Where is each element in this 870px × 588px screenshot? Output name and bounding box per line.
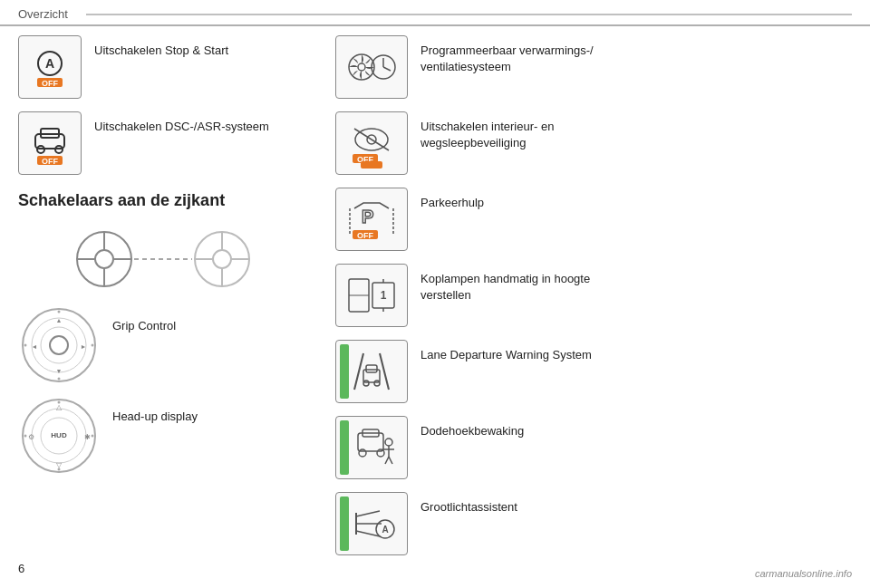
grootlicht-label: Grootlichtassistent bbox=[420, 492, 517, 516]
svg-text:A: A bbox=[382, 525, 388, 535]
section-heading: Schakelaars aan de zijkant bbox=[18, 191, 308, 210]
page-title: Overzicht bbox=[18, 7, 68, 21]
stop-start-label: Uitschakelen Stop & Start bbox=[94, 35, 228, 59]
svg-text:✱: ✱ bbox=[84, 433, 91, 441]
svg-point-76 bbox=[359, 449, 366, 457]
svg-point-11 bbox=[95, 250, 113, 268]
svg-text:OFF: OFF bbox=[42, 79, 58, 88]
list-item: Dodehoekbewaking bbox=[335, 416, 852, 479]
main-content: A OFF Uitschakelen Stop & Start bbox=[0, 35, 870, 568]
interieur-icon: OFF bbox=[335, 111, 408, 175]
dsc-asr-icon: OFF bbox=[18, 111, 82, 175]
steering-diagram bbox=[18, 223, 308, 295]
svg-point-34 bbox=[92, 344, 94, 347]
svg-text:OFF: OFF bbox=[42, 157, 58, 166]
svg-point-31 bbox=[58, 311, 61, 313]
dsc-asr-label: Uitschakelen DSC-/ASR-systeem bbox=[94, 111, 269, 135]
left-column: A OFF Uitschakelen Stop & Start bbox=[18, 35, 326, 568]
svg-line-68 bbox=[354, 353, 363, 390]
dodehoek-label: Dodehoekbewaking bbox=[420, 416, 524, 439]
svg-point-18 bbox=[213, 250, 231, 268]
programmeerbaar-icon bbox=[335, 35, 408, 99]
svg-text:OFF: OFF bbox=[357, 231, 373, 240]
lane-departure-label: Lane Departure Warning System bbox=[420, 340, 592, 363]
svg-text:A: A bbox=[45, 56, 54, 71]
svg-text:⚙: ⚙ bbox=[28, 433, 34, 441]
programmeerbaar-label: Programmeerbaar verwarmings-/ ventilatie… bbox=[420, 35, 638, 75]
page-header: Overzicht bbox=[0, 0, 870, 26]
svg-point-73 bbox=[374, 381, 380, 386]
svg-rect-74 bbox=[358, 433, 383, 451]
head-up-icon: △ ▽ ⚙ ✱ HUD bbox=[18, 395, 100, 477]
header-divider bbox=[86, 14, 852, 15]
svg-line-84 bbox=[356, 511, 380, 516]
parkeerhulp-icon: P OFF bbox=[335, 188, 408, 251]
svg-rect-71 bbox=[366, 365, 377, 372]
svg-text:▼: ▼ bbox=[56, 368, 63, 374]
lane-departure-icon bbox=[335, 340, 408, 403]
grip-control-label: Grip Control bbox=[112, 304, 176, 333]
svg-text:HUD: HUD bbox=[51, 431, 67, 439]
svg-point-43 bbox=[58, 401, 61, 404]
list-item: △ ▽ ⚙ ✱ HUD Head-up display bbox=[18, 395, 308, 477]
svg-point-72 bbox=[363, 381, 369, 386]
svg-line-51 bbox=[383, 67, 391, 71]
parkeerhulp-label: Parkeerhulp bbox=[420, 188, 484, 211]
svg-point-77 bbox=[377, 449, 384, 457]
svg-text:P: P bbox=[362, 207, 373, 227]
svg-text:△: △ bbox=[56, 403, 63, 411]
svg-text:►: ► bbox=[81, 343, 87, 350]
list-item: A OFF Uitschakelen Stop & Start bbox=[18, 35, 308, 99]
page-number: 6 bbox=[18, 562, 24, 575]
svg-point-44 bbox=[58, 468, 61, 471]
svg-line-82 bbox=[389, 457, 392, 464]
list-item: P OFF Parkeerhulp bbox=[335, 188, 852, 251]
svg-text:◄: ◄ bbox=[32, 343, 38, 350]
svg-text:▲: ▲ bbox=[56, 317, 63, 323]
list-item: Programmeerbaar verwarmings-/ ventilatie… bbox=[335, 35, 852, 99]
svg-point-24 bbox=[32, 318, 86, 372]
svg-point-48 bbox=[358, 63, 365, 71]
interieur-label: Uitschakelen interieur- en wegsleepbevei… bbox=[420, 111, 638, 151]
list-item: OFF Uitschakelen interieur- en wegsleepb… bbox=[335, 111, 852, 175]
watermark: carmanualsonline.info bbox=[755, 568, 852, 579]
svg-text:1: 1 bbox=[381, 289, 387, 302]
svg-point-25 bbox=[41, 327, 77, 363]
svg-line-81 bbox=[385, 457, 389, 464]
list-item: 1 Koplampen handmatig in hoogte verstell… bbox=[335, 264, 852, 327]
head-up-label: Head-up display bbox=[112, 395, 198, 423]
list-item: OFF Uitschakelen DSC-/ASR-systeem bbox=[18, 111, 308, 175]
koplampen-icon: 1 bbox=[335, 264, 408, 327]
list-item: Lane Departure Warning System bbox=[335, 340, 852, 403]
svg-point-45 bbox=[24, 435, 27, 438]
list-item: ▲ ▼ ◄ ► Grip Control bbox=[18, 304, 308, 386]
svg-point-26 bbox=[50, 336, 68, 354]
svg-line-69 bbox=[380, 353, 389, 390]
stop-start-icon: A OFF bbox=[18, 35, 82, 99]
svg-point-78 bbox=[385, 439, 392, 446]
grip-control-icon: ▲ ▼ ◄ ► bbox=[18, 304, 100, 386]
list-item: A Grootlichtassistent bbox=[335, 492, 852, 555]
svg-point-32 bbox=[58, 378, 61, 381]
right-column: Programmeerbaar verwarmings-/ ventilatie… bbox=[326, 35, 852, 568]
svg-point-33 bbox=[24, 344, 27, 347]
steering-wheel-diagram bbox=[54, 223, 272, 295]
grootlicht-icon: A bbox=[335, 492, 408, 555]
dodehoek-icon bbox=[335, 416, 408, 479]
svg-point-46 bbox=[92, 435, 94, 438]
koplampen-label: Koplampen handmatig in hoogte verstellen bbox=[420, 264, 638, 304]
